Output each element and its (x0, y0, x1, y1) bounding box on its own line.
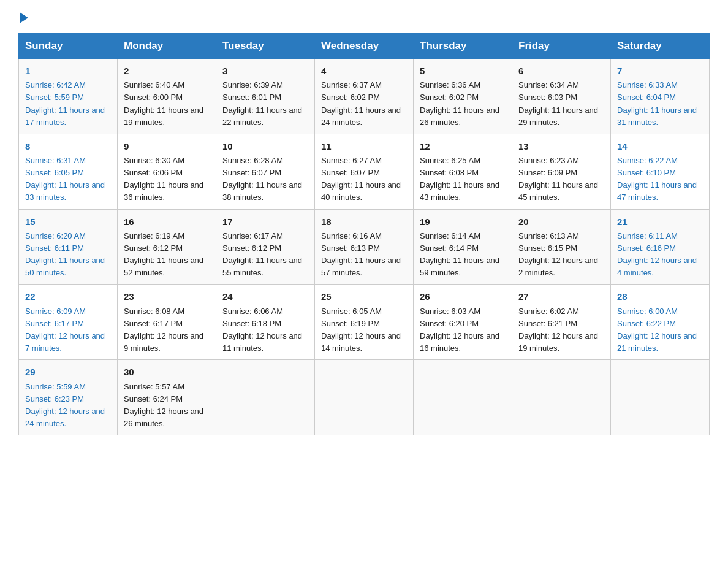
calendar-cell: 2Sunrise: 6:40 AMSunset: 6:00 PMDaylight… (118, 59, 216, 134)
sunset-info: Sunset: 6:15 PM (518, 242, 604, 255)
daylight-info: Daylight: 11 hours and 33 minutes. (25, 179, 111, 204)
sunrise-info: Sunrise: 6:31 AM (25, 155, 111, 167)
sunset-info: Sunset: 6:19 PM (321, 318, 407, 330)
daylight-info: Daylight: 11 hours and 19 minutes. (124, 104, 210, 129)
header-tuesday: Tuesday (216, 34, 315, 59)
logo-arrow-icon (20, 12, 28, 23)
daylight-info: Daylight: 12 hours and 19 minutes. (518, 330, 604, 354)
day-number: 9 (124, 139, 210, 153)
daylight-info: Daylight: 12 hours and 7 minutes. (25, 330, 111, 354)
calendar-cell: 16Sunrise: 6:19 AMSunset: 6:12 PMDayligh… (118, 209, 216, 285)
week-row-3: 15Sunrise: 6:20 AMSunset: 6:11 PMDayligh… (19, 209, 710, 285)
sunset-info: Sunset: 6:08 PM (420, 167, 506, 179)
day-number: 6 (518, 64, 604, 78)
day-number: 25 (321, 289, 407, 304)
day-number: 17 (222, 215, 308, 229)
day-number: 8 (25, 139, 111, 153)
day-number: 22 (25, 289, 111, 304)
daylight-info: Daylight: 11 hours and 45 minutes. (518, 179, 604, 204)
day-number: 10 (222, 139, 308, 153)
calendar-cell: 5Sunrise: 6:36 AMSunset: 6:02 PMDaylight… (414, 59, 512, 134)
calendar-cell (512, 360, 611, 435)
calendar-cell: 27Sunrise: 6:02 AMSunset: 6:21 PMDayligh… (512, 285, 611, 360)
sunset-info: Sunset: 6:16 PM (617, 242, 703, 255)
daylight-info: Daylight: 11 hours and 26 minutes. (420, 104, 506, 129)
calendar-cell: 6Sunrise: 6:34 AMSunset: 6:03 PMDaylight… (512, 59, 611, 134)
sunset-info: Sunset: 6:00 PM (124, 91, 210, 104)
daylight-info: Daylight: 11 hours and 57 minutes. (321, 255, 407, 279)
day-number: 13 (518, 139, 604, 153)
day-number: 3 (222, 64, 308, 78)
sunrise-info: Sunrise: 6:27 AM (321, 155, 407, 167)
header-wednesday: Wednesday (315, 34, 414, 59)
calendar-cell: 3Sunrise: 6:39 AMSunset: 6:01 PMDaylight… (216, 59, 315, 134)
day-number: 12 (420, 139, 506, 153)
calendar-cell: 21Sunrise: 6:11 AMSunset: 6:16 PMDayligh… (611, 209, 710, 285)
sunrise-info: Sunrise: 6:00 AM (617, 305, 703, 318)
calendar-cell: 10Sunrise: 6:28 AMSunset: 6:07 PMDayligh… (216, 134, 315, 209)
daylight-info: Daylight: 11 hours and 17 minutes. (25, 104, 111, 129)
daylight-info: Daylight: 11 hours and 40 minutes. (321, 179, 407, 204)
day-number: 11 (321, 139, 407, 153)
daylight-info: Daylight: 12 hours and 26 minutes. (124, 405, 210, 430)
daylight-info: Daylight: 12 hours and 4 minutes. (617, 255, 703, 279)
daylight-info: Daylight: 12 hours and 24 minutes. (25, 405, 111, 430)
calendar-cell: 4Sunrise: 6:37 AMSunset: 6:02 PMDaylight… (315, 59, 414, 134)
page-header (18, 12, 710, 22)
calendar-cell: 20Sunrise: 6:13 AMSunset: 6:15 PMDayligh… (512, 209, 611, 285)
sunrise-info: Sunrise: 6:08 AM (124, 305, 210, 318)
sunrise-info: Sunrise: 6:40 AM (124, 79, 210, 91)
calendar-cell: 12Sunrise: 6:25 AMSunset: 6:08 PMDayligh… (414, 134, 512, 209)
sunrise-info: Sunrise: 5:57 AM (124, 381, 210, 393)
sunrise-info: Sunrise: 6:05 AM (321, 305, 407, 318)
sunset-info: Sunset: 6:21 PM (518, 318, 604, 330)
calendar-cell (315, 360, 414, 435)
sunrise-info: Sunrise: 6:42 AM (25, 79, 111, 91)
sunset-info: Sunset: 6:17 PM (25, 318, 111, 330)
day-number: 24 (222, 289, 308, 304)
day-number: 16 (124, 215, 210, 229)
sunrise-info: Sunrise: 6:28 AM (222, 155, 308, 167)
sunrise-info: Sunrise: 6:06 AM (222, 305, 308, 318)
sunrise-info: Sunrise: 6:17 AM (222, 230, 308, 242)
sunrise-info: Sunrise: 6:25 AM (420, 155, 506, 167)
calendar-cell (216, 360, 315, 435)
day-number: 7 (617, 64, 703, 78)
day-number: 28 (617, 289, 703, 304)
daylight-info: Daylight: 11 hours and 59 minutes. (420, 255, 506, 279)
calendar-cell: 17Sunrise: 6:17 AMSunset: 6:12 PMDayligh… (216, 209, 315, 285)
calendar-cell (611, 360, 710, 435)
day-number: 20 (518, 215, 604, 229)
daylight-info: Daylight: 11 hours and 31 minutes. (617, 104, 703, 129)
calendar-cell: 8Sunrise: 6:31 AMSunset: 6:05 PMDaylight… (19, 134, 118, 209)
sunrise-info: Sunrise: 6:02 AM (518, 305, 604, 318)
calendar-cell: 26Sunrise: 6:03 AMSunset: 6:20 PMDayligh… (414, 285, 512, 360)
daylight-info: Daylight: 12 hours and 2 minutes. (518, 255, 604, 279)
sunset-info: Sunset: 6:24 PM (124, 393, 210, 405)
calendar-cell: 29Sunrise: 5:59 AMSunset: 6:23 PMDayligh… (19, 360, 118, 435)
calendar-cell: 15Sunrise: 6:20 AMSunset: 6:11 PMDayligh… (19, 209, 118, 285)
daylight-info: Daylight: 11 hours and 38 minutes. (222, 179, 308, 204)
sunrise-info: Sunrise: 6:19 AM (124, 230, 210, 242)
sunset-info: Sunset: 6:11 PM (25, 242, 111, 255)
daylight-info: Daylight: 12 hours and 9 minutes. (124, 330, 210, 354)
logo-text (18, 12, 28, 25)
sunset-info: Sunset: 6:07 PM (321, 167, 407, 179)
day-number: 18 (321, 215, 407, 229)
week-row-2: 8Sunrise: 6:31 AMSunset: 6:05 PMDaylight… (19, 134, 710, 209)
sunset-info: Sunset: 6:01 PM (222, 91, 308, 104)
day-number: 23 (124, 289, 210, 304)
day-number: 21 (617, 215, 703, 229)
sunrise-info: Sunrise: 5:59 AM (25, 381, 111, 393)
header-friday: Friday (512, 34, 611, 59)
sunset-info: Sunset: 6:22 PM (617, 318, 703, 330)
sunset-info: Sunset: 6:23 PM (25, 393, 111, 405)
header-sunday: Sunday (19, 34, 118, 59)
sunrise-info: Sunrise: 6:30 AM (124, 155, 210, 167)
daylight-info: Daylight: 11 hours and 24 minutes. (321, 104, 407, 129)
day-number: 27 (518, 289, 604, 304)
sunset-info: Sunset: 6:05 PM (25, 167, 111, 179)
calendar-cell: 30Sunrise: 5:57 AMSunset: 6:24 PMDayligh… (118, 360, 216, 435)
day-number: 5 (420, 64, 506, 78)
sunrise-info: Sunrise: 6:37 AM (321, 79, 407, 91)
